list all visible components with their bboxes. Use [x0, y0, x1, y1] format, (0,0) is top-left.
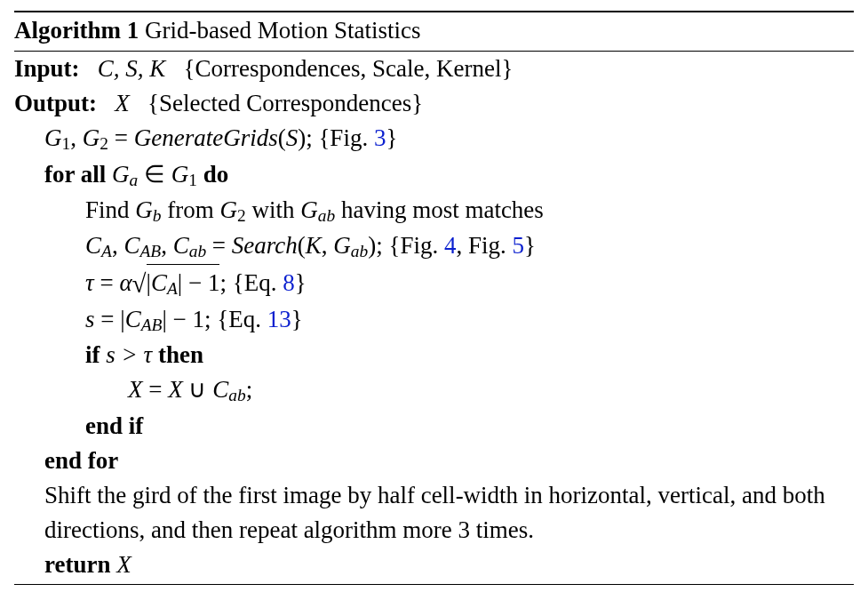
- input-label: Input:: [14, 55, 80, 82]
- line-shift-note: Shift the gird of the first image by hal…: [14, 478, 854, 548]
- kw-do: do: [197, 161, 228, 188]
- kw-if: if: [85, 341, 106, 368]
- input-desc: {Correspondences, Scale, Kernel}: [184, 55, 514, 82]
- algorithm-header: Algorithm 1 Grid-based Motion Statistics: [14, 12, 854, 51]
- sym-G1: G: [44, 124, 62, 151]
- line-s: s = |CAB| − 1; {Eq. 13}: [14, 302, 854, 338]
- fn-search: Search: [232, 232, 298, 259]
- input-line: Input: C, S, K {Correspondences, Scale, …: [14, 52, 854, 86]
- algorithm-block: Algorithm 1 Grid-based Motion Statistics…: [0, 0, 868, 585]
- sym-alpha: α: [119, 269, 131, 296]
- line-union: X = X ∪ Cab;: [14, 372, 854, 408]
- line-search: CA, CAB, Cab = Search(K, Gab); {Fig. 4, …: [14, 228, 854, 264]
- rule-bottom: [14, 584, 854, 585]
- output-label: Output:: [14, 90, 97, 116]
- kw-return: return: [44, 551, 116, 578]
- sym-G2: G: [83, 124, 100, 151]
- sqrt-expr: √|CA| − 1: [132, 264, 220, 302]
- line-endif: end if: [14, 409, 854, 444]
- kw-then: then: [152, 341, 203, 368]
- line-endfor: end for: [14, 444, 854, 478]
- output-line: Output: X {Selected Correspondences}: [14, 86, 854, 121]
- output-desc: {Selected Correspondences}: [147, 90, 423, 116]
- algorithm-label: Algorithm 1: [14, 17, 139, 44]
- kw-endif: end if: [85, 412, 143, 439]
- line-find: Find Gb from G2 with Gab having most mat…: [14, 193, 854, 228]
- line-generate-grids: G1, G2 = GenerateGrids(S); {Fig. 3}: [14, 121, 854, 156]
- ref-fig-3[interactable]: 3: [374, 124, 386, 151]
- output-vars: X: [115, 90, 130, 116]
- ref-fig-4[interactable]: 4: [444, 232, 457, 259]
- fn-generate-grids: GenerateGrids: [134, 124, 278, 151]
- ref-eq-13[interactable]: 13: [267, 306, 291, 332]
- line-return: return X: [14, 548, 854, 582]
- ref-eq-8[interactable]: 8: [283, 269, 295, 296]
- kw-endfor: end for: [44, 447, 118, 474]
- input-vars: C, S, K: [98, 55, 166, 82]
- kw-for-all: for all: [44, 161, 112, 188]
- line-if: if s > τ then: [14, 338, 854, 372]
- line-tau: τ = α√|CA| − 1; {Eq. 8}: [14, 264, 854, 302]
- line-for: for all Ga ∈ G1 do: [14, 157, 854, 193]
- algorithm-title: Grid-based Motion Statistics: [145, 17, 420, 44]
- sqrt-icon: √: [132, 269, 147, 298]
- sym-tau: τ: [85, 269, 94, 296]
- ref-fig-5[interactable]: 5: [513, 232, 525, 259]
